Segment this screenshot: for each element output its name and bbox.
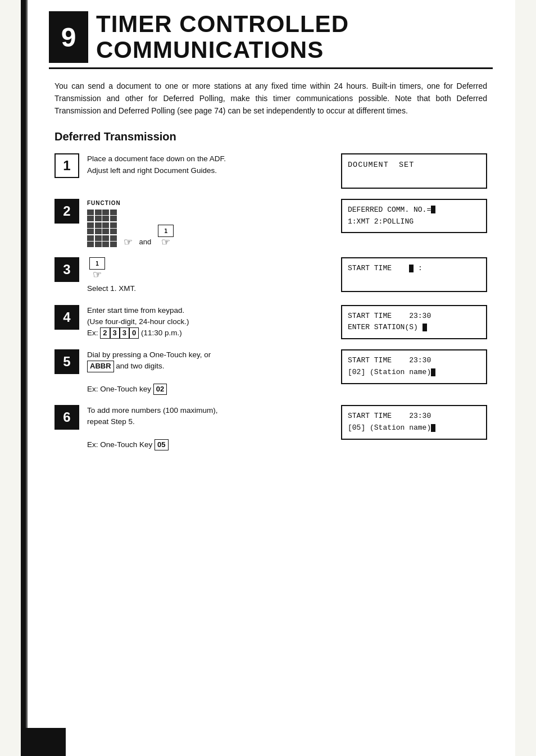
step-6-display: START TIME 23:30 [05] (Station name) xyxy=(341,405,487,440)
key-02: 02 xyxy=(153,384,167,395)
step-2-display-line2: 1:XMT 2:POLLING xyxy=(348,216,480,228)
intro-paragraph: You can send a document to one or more s… xyxy=(49,80,493,117)
step-3-number: 3 xyxy=(54,257,79,282)
key-2: 2 xyxy=(100,327,110,339)
step-4-display: START TIME 23:30 ENTER STATION(S) xyxy=(341,305,487,340)
step-4-example: Ex: 2330 (11:30 p.m.) xyxy=(87,329,182,337)
step-1-number: 1 xyxy=(54,153,79,178)
step-2-display: DEFERRED COMM. NO.= 1:XMT 2:POLLING xyxy=(341,199,487,234)
step-4-number: 4 xyxy=(54,305,79,330)
step-6-row: 6 To add more numbers (100 maximum), rep… xyxy=(54,405,487,450)
step-5-display-line1: START TIME 23:30 xyxy=(348,355,480,367)
step-6-number: 6 xyxy=(54,405,79,430)
key-3b: 3 xyxy=(120,327,129,339)
step-5-example: Ex: One-Touch key 02 xyxy=(87,385,167,393)
page-header: 9 TIMER CONTROLLED COMMUNICATIONS xyxy=(49,11,493,69)
step-3-content: 1 ☞ Select 1. XMT. xyxy=(87,257,333,294)
step-2-content: FUNCTION ☞ xyxy=(87,199,333,248)
step-2-controls: ☞ and 1 ☞ xyxy=(87,210,333,248)
step-1-content: Place a document face down on the ADF. A… xyxy=(87,153,333,176)
step-4-display-line2: ENTER STATION(S) xyxy=(348,322,480,334)
step-1-display-line2 xyxy=(348,171,480,183)
step-5-row: 5 Dial by pressing a One-Touch key, or A… xyxy=(54,349,487,395)
hand-button-3: 1 ☞ xyxy=(89,257,105,280)
step-1-display-line1: DOCUMENT SET xyxy=(348,159,480,171)
key-05: 05 xyxy=(155,439,168,450)
step-3-display-line2 xyxy=(348,275,480,286)
section-heading: Deferred Transmission xyxy=(49,130,493,143)
chapter-icon-block: 9 xyxy=(49,11,88,63)
hand-button-1: ☞ xyxy=(124,237,133,247)
step-1-row: 1 Place a document face down on the ADF.… xyxy=(54,153,487,188)
key-3a: 3 xyxy=(110,327,120,339)
step-3-display: START TIME : xyxy=(341,257,487,292)
step-2-row: 2 FUNCTION xyxy=(54,199,487,248)
cursor-5 xyxy=(431,424,435,432)
hand-button-2: 1 ☞ xyxy=(158,225,174,247)
cursor-3 xyxy=(423,324,427,331)
step-6-display-line2: [05] (Station name) xyxy=(348,422,480,434)
step-3-instruction: Select 1. XMT. xyxy=(87,284,136,293)
step-5-content: Dial by pressing a One-Touch key, or ABB… xyxy=(87,349,333,395)
cursor-4 xyxy=(431,368,435,376)
step-5-display-line2: [02] (Station name) xyxy=(348,367,480,379)
keypad-grid xyxy=(87,210,117,248)
header-title-block: TIMER CONTROLLED COMMUNICATIONS xyxy=(96,11,349,63)
step-4-row: 4 Enter start time from keypad. (Use fou… xyxy=(54,305,487,340)
step-6-content: To add more numbers (100 maximum), repea… xyxy=(87,405,333,450)
step-3-row: 3 1 ☞ Select 1. XMT. START TIME : xyxy=(54,257,487,294)
step-4-content: Enter start time from keypad. (Use four-… xyxy=(87,305,333,339)
step-2-number: 2 xyxy=(54,199,79,224)
bottom-decoration-bar xyxy=(21,728,66,756)
step-6-example: Ex: One-Touch Key 05 xyxy=(87,440,169,449)
step-2-display-line1: DEFERRED COMM. NO.= xyxy=(348,204,480,216)
key-0: 0 xyxy=(129,327,139,339)
function-label: FUNCTION xyxy=(87,199,333,207)
cursor-2 xyxy=(409,265,414,272)
chapter-number: 9 xyxy=(61,22,76,53)
and-label: and xyxy=(139,236,152,248)
step-6-display-line1: START TIME 23:30 xyxy=(348,411,480,422)
cursor-1 xyxy=(431,206,435,213)
step-5-number: 5 xyxy=(54,349,79,374)
steps-container: 1 Place a document face down on the ADF.… xyxy=(49,153,493,450)
step-3-display-line1: START TIME : xyxy=(348,263,480,275)
step-5-display: START TIME 23:30 [02] (Station name) xyxy=(341,349,487,384)
step-4-display-line1: START TIME 23:30 xyxy=(348,311,480,322)
key-abbr: ABBR xyxy=(87,361,114,372)
step-1-display: DOCUMENT SET xyxy=(341,153,487,188)
page-title-line1: TIMER CONTROLLED COMMUNICATIONS xyxy=(96,11,349,63)
